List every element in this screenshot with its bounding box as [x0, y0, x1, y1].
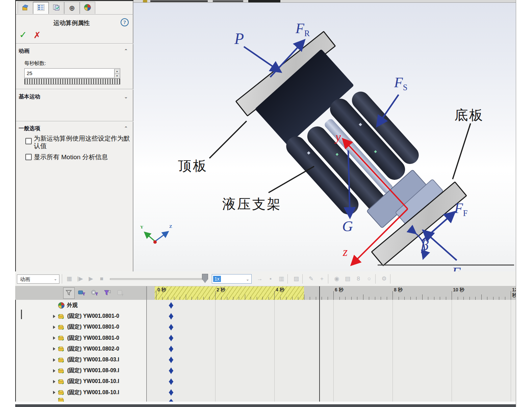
play-from-start-icon[interactable]: |▶: [75, 274, 85, 284]
expand-arrow-icon[interactable]: [53, 391, 55, 394]
filter-animated-icon[interactable]: [76, 287, 87, 299]
toolbar-separator: [328, 274, 328, 284]
section-general-options-header[interactable]: 一般选项: [19, 125, 40, 132]
expand-arrow-icon[interactable]: [53, 347, 55, 351]
component-icon: [57, 313, 65, 319]
add-key-icon[interactable]: +: [317, 274, 327, 284]
results-icon[interactable]: ▤: [343, 274, 352, 284]
tree-item-label: 外观: [67, 302, 78, 309]
auto-key-icon[interactable]: ✎: [306, 274, 316, 284]
current-time-marker[interactable]: [319, 286, 320, 402]
ruler-tick: [215, 291, 216, 300]
expand-arrow-icon[interactable]: [53, 315, 55, 318]
expand-arrow-icon[interactable]: [53, 358, 55, 362]
dimxpertmanager-tab-icon: ⊕: [69, 4, 75, 12]
toolbar-separator: [302, 274, 303, 284]
expand-arrow-icon[interactable]: [53, 326, 55, 329]
ruler-tick: [392, 291, 393, 300]
tree-item-label: (固定) YW001.0801-0: [67, 324, 119, 331]
3d-viewport[interactable]: P FR FS 底板 顶板 液压支架 G y z β FF FN Y Z: [133, 3, 516, 271]
chevron-up-icon[interactable]: ⌃: [124, 125, 128, 131]
ruler-tick: [269, 297, 269, 300]
annotation-overlay: [133, 3, 516, 271]
appearance-sphere-icon: [58, 302, 65, 309]
hydraulic-support-label: 液压支架: [222, 195, 282, 213]
ruler-tick: [511, 291, 511, 300]
chevron-down-icon: ⌄: [246, 275, 249, 284]
window-bottom-bar: [15, 404, 516, 407]
dimxpertmanager-tab[interactable]: ⊕: [64, 2, 80, 14]
expand-arrow-icon[interactable]: [53, 336, 55, 340]
tree-row[interactable]: (固定) YW001.08-09.I: [16, 365, 146, 376]
contact-icon[interactable]: ○: [364, 274, 374, 284]
displaymanager-tab[interactable]: [80, 2, 95, 14]
tree-row[interactable]: (固定) YW001.0801-0: [16, 333, 146, 344]
save-animation-icon[interactable]: ▥: [277, 274, 286, 284]
chevron-down-icon[interactable]: ⌄: [124, 94, 128, 99]
section-basic-motion-header[interactable]: 基本运动: [19, 93, 40, 100]
timeline-position-slider[interactable]: [110, 278, 208, 280]
track-gridline: [511, 300, 511, 402]
playback-mode-menu-icon[interactable]: ▪: [266, 274, 275, 284]
divider: [16, 121, 133, 121]
stop-icon[interactable]: ■: [97, 274, 106, 284]
tree-row[interactable]: (固定) YW001.08-10.I: [16, 387, 146, 398]
ruler-tick: [458, 297, 458, 300]
playback-mode-icon[interactable]: →: [255, 274, 264, 284]
section-animation-header[interactable]: 动画: [19, 48, 29, 55]
ruler-tick: [351, 297, 352, 300]
configurationmanager-tab[interactable]: [49, 2, 64, 14]
tree-row[interactable]: 外观: [16, 300, 146, 311]
study-type-dropdown[interactable]: 动画⌄: [17, 274, 59, 284]
ruler-tick-label: 4 秒: [276, 287, 284, 293]
default-settings-label: 为新运动算例使用这些设定作为默认值: [34, 135, 132, 150]
fps-spinner[interactable]: ▲▼: [114, 69, 120, 77]
motor-icon[interactable]: ◉: [332, 274, 341, 284]
force-ff-label: FF: [454, 200, 467, 218]
tree-row[interactable]: (固定) YW001.0802-0: [16, 343, 146, 355]
play-icon[interactable]: ▶: [86, 274, 96, 284]
tree-timeline-splitter[interactable]: [146, 286, 147, 402]
expand-arrow-icon[interactable]: [53, 369, 55, 373]
filter-selected-icon[interactable]: [102, 287, 113, 299]
propertymanager-tab[interactable]: [33, 2, 49, 14]
triad-y-label: Y: [140, 224, 143, 230]
force-fs-label: FS: [394, 74, 407, 92]
toolbar-separator: [375, 274, 376, 284]
help-icon[interactable]: ?: [121, 18, 129, 26]
svg-text:T: T: [122, 293, 124, 297]
ruler-tick: [357, 297, 357, 300]
animation-wizard-icon[interactable]: ▨: [292, 274, 301, 284]
fps-input[interactable]: [24, 68, 120, 78]
toolbar-separator: [287, 274, 288, 284]
ruler-tick: [422, 294, 423, 300]
fps-slider[interactable]: [24, 78, 120, 85]
timeline-ruler[interactable]: 0 秒2 秒4 秒6 秒8 秒10 秒12 秒: [147, 286, 516, 300]
cancel-button[interactable]: ✗: [33, 30, 41, 41]
featuremanager-tab[interactable]: [18, 2, 33, 14]
ruler-tick: [399, 297, 399, 300]
calculate-icon[interactable]: ▦: [65, 274, 74, 284]
expand-arrow-icon[interactable]: [53, 380, 55, 383]
chevron-up-icon[interactable]: ⌃: [124, 48, 128, 53]
ok-button[interactable]: ✓: [19, 29, 27, 40]
ruler-tick: [168, 297, 168, 300]
gravity-icon[interactable]: 8: [354, 274, 363, 284]
ruler-tick: [174, 297, 174, 300]
show-motion-messages-checkbox[interactable]: [25, 154, 32, 160]
tree-row[interactable]: (固定) YW001.08-10.I: [16, 376, 146, 387]
motion-properties-gear-icon[interactable]: ⚙: [379, 274, 389, 284]
tree-row[interactable]: (固定) YW001.08-03.I: [16, 354, 146, 365]
slider-thumb[interactable]: [202, 274, 208, 283]
ruler-tick: [298, 297, 298, 300]
filter-none-icon[interactable]: [63, 287, 75, 299]
playback-speed-dropdown[interactable]: 1x⌄: [212, 274, 252, 284]
timeline-track-area[interactable]: [147, 300, 516, 402]
default-settings-checkbox[interactable]: [25, 138, 32, 144]
ruler-tick: [316, 297, 316, 300]
fps-label: 每秒帧数:: [24, 60, 46, 67]
tree-row[interactable]: (固定) YW001.0801-0: [16, 321, 146, 333]
filter-driving-icon[interactable]: [89, 287, 100, 299]
ruler-tick: [440, 297, 440, 300]
tree-row[interactable]: (固定) YW001.0801-0: [16, 311, 146, 322]
